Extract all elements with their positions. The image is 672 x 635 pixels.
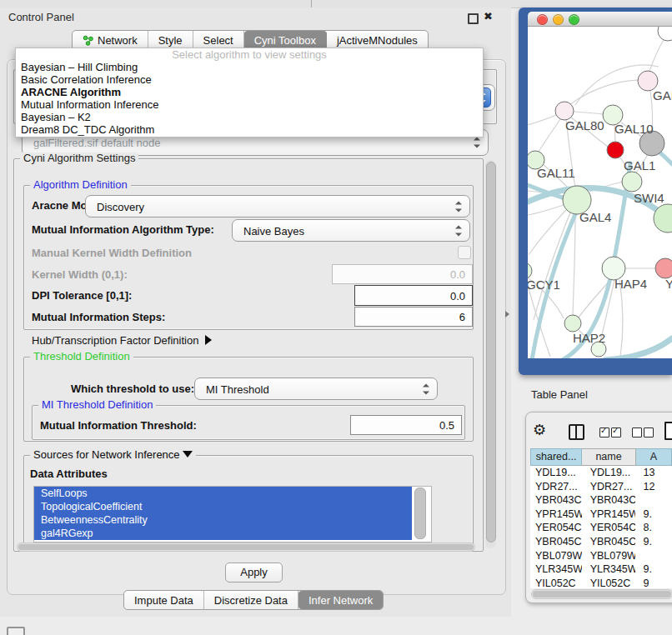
collapse-down-icon[interactable] [183, 451, 193, 458]
network-node-label: GAL11 [537, 166, 575, 180]
which-threshold-label: Which threshold to use: [71, 382, 194, 395]
network-edge[interactable] [528, 205, 564, 215]
tab-impute-data[interactable]: Impute Data [124, 591, 204, 609]
algorithm-prompt: Select algorithm to view settings [16, 48, 483, 61]
table-cell: 13 [635, 466, 672, 480]
network-node-label: GAL10 [614, 122, 654, 136]
table-row[interactable]: YBR043CYBR043C [530, 493, 672, 508]
table-cell [635, 549, 672, 563]
deselect-all-checkbox-icon[interactable] [632, 428, 642, 438]
network-window-titlebar[interactable] [528, 12, 672, 27]
columns-icon[interactable] [569, 424, 584, 440]
settings-scrollbar-track[interactable] [485, 160, 496, 548]
algorithm-option-basic-correlation-inference[interactable]: Basic Correlation Inference [16, 73, 483, 86]
hub-definition-toggle[interactable]: Hub/Transcription Factor Definition [32, 334, 212, 347]
algorithm-option-bayesian-k2[interactable]: Bayesian – K2 [16, 111, 483, 123]
network-edge[interactable] [534, 212, 570, 320]
network-node[interactable] [607, 142, 624, 158]
network-edge[interactable] [573, 214, 575, 315]
tab-label: Cyni Toolbox [254, 34, 316, 47]
attribute-item-gal4rgexp[interactable]: gal4RGexp [34, 527, 412, 540]
mi-threshold-input[interactable]: 0.5 [350, 415, 462, 435]
algorithm-option-mutual-information-inference[interactable]: Mutual Information Inference [16, 98, 483, 111]
tab-infer-network[interactable]: Infer Network [298, 591, 383, 609]
select-all-checkbox-icon-2[interactable] [611, 428, 621, 438]
table-header-row: shared...nameA [530, 448, 672, 466]
mac-close-button[interactable] [537, 14, 548, 25]
dpi-tolerance-input[interactable]: 0.0 [354, 285, 473, 306]
network-node-label: GAL1 [624, 158, 655, 172]
mi-algorithm-type-combo[interactable]: Naive Bayes [232, 219, 470, 242]
table-row[interactable]: YLR345WYLR345W9. [530, 562, 672, 577]
gear-icon[interactable]: ⚙ [533, 421, 546, 439]
network-graph[interactable]: GALGAL80GAL10GAL11GAL1SWI4GAL4GCY1HAP4YH… [528, 27, 672, 358]
float-window-icon[interactable] [468, 13, 479, 24]
column-header-name[interactable]: name [582, 448, 636, 466]
settings-horizontal-scrollbar[interactable] [17, 542, 475, 552]
table-cell: YDL19... [530, 466, 582, 480]
network-node[interactable] [655, 258, 672, 278]
tab-discretize-data[interactable]: Discretize Data [204, 591, 298, 609]
kernel-width-input[interactable]: 0.0 [332, 264, 473, 284]
network-node[interactable] [622, 172, 642, 192]
sources-group-title[interactable]: Sources for Network Inference [30, 449, 196, 461]
network-edge[interactable] [619, 280, 623, 357]
which-threshold-combo[interactable]: MI Threshold [194, 378, 438, 400]
data-attributes-list[interactable]: SelfLoopsTopologicalCoefficientBetweenne… [33, 486, 432, 542]
manual-kernel-width-label: Manual Kernel Width Definition [32, 247, 192, 259]
mi-algorithm-type-value: Naive Bayes [243, 224, 304, 237]
dock-panel-icon[interactable] [7, 627, 25, 635]
list-vertical-scrollbar[interactable] [414, 488, 426, 539]
table-row[interactable]: YIL052CYIL052C9 [530, 577, 672, 588]
table-row[interactable]: YDR27...YDR27...12 [530, 480, 672, 494]
table-horizontal-scrollbar[interactable] [531, 589, 672, 599]
table-cell: YIL052C [582, 577, 636, 588]
network-node[interactable] [658, 27, 672, 41]
network-node-label: HAP2 [573, 331, 605, 345]
table-row[interactable]: YER054CYER054C8. [530, 521, 672, 535]
table-row[interactable]: YDL19...YDL19...13 [530, 466, 672, 480]
table-cell: YBR043C [530, 493, 582, 508]
table-cell: YBL079W [582, 549, 636, 563]
table-cell: YDR27... [530, 480, 582, 494]
apply-button[interactable]: Apply [225, 562, 283, 582]
close-icon[interactable]: ✖ [484, 10, 493, 22]
network-edge[interactable] [574, 112, 604, 114]
mac-zoom-button[interactable] [569, 14, 579, 25]
aracne-mode-combo[interactable]: Discovery [85, 195, 470, 218]
mi-steps-input[interactable]: 6 [354, 307, 473, 327]
table-row[interactable]: YPR145WYPR145W9. [530, 508, 672, 522]
algorithm-option-dream8-dc-tdc-algorithm[interactable]: Dream8 DC_TDC Algorithm [16, 123, 483, 136]
attribute-item-betweennesscentrality[interactable]: BetweennessCentrality [34, 513, 412, 527]
manual-kernel-width-checkbox[interactable] [458, 246, 471, 259]
table-cell: YDR27... [582, 480, 636, 494]
network-icon [83, 35, 93, 46]
deselect-all-checkbox-icon-2[interactable] [644, 428, 654, 438]
network-edge-highlighted[interactable] [605, 338, 672, 358]
table-cell: YBR045C [530, 535, 582, 549]
mac-minimize-button[interactable] [553, 14, 564, 25]
network-canvas[interactable]: GALGAL80GAL10GAL11GAL1SWI4GAL4GCY1HAP4YH… [528, 27, 672, 358]
algorithm-option-bayesian-hill-climbing[interactable]: Bayesian – Hill Climbing [16, 61, 483, 73]
export-table-icon[interactable] [664, 422, 672, 440]
splitter-arrow-icon[interactable] [505, 311, 509, 318]
attribute-item-topologicalcoefficient[interactable]: TopologicalCoefficient [34, 500, 412, 513]
settings-scrollbar-thumb[interactable] [486, 162, 496, 542]
screen: Control Panel ✖ NetworkStyleSelectCyni T… [0, 0, 672, 635]
column-header-shared[interactable]: shared... [530, 448, 582, 466]
tab-label: Impute Data [134, 594, 193, 607]
table-cell: YBR043C [582, 493, 636, 508]
column-header-a[interactable]: A [636, 448, 672, 466]
table-row[interactable]: YBR045CYBR045C9. [530, 535, 672, 549]
network-edge[interactable] [539, 119, 560, 152]
select-all-checkbox-icon[interactable] [599, 428, 609, 438]
network-node[interactable] [564, 315, 581, 332]
table-cell: 9 [635, 577, 672, 588]
network-node[interactable] [528, 262, 532, 279]
network-edge[interactable] [569, 80, 640, 105]
network-node[interactable] [555, 102, 574, 120]
algorithm-option-aracne-algorithm[interactable]: ARACNE Algorithm [16, 86, 483, 98]
attribute-item-selfloops[interactable]: SelfLoops [34, 487, 412, 500]
table-row[interactable]: YBL079WYBL079W [530, 549, 672, 563]
expand-right-icon[interactable] [205, 335, 212, 345]
